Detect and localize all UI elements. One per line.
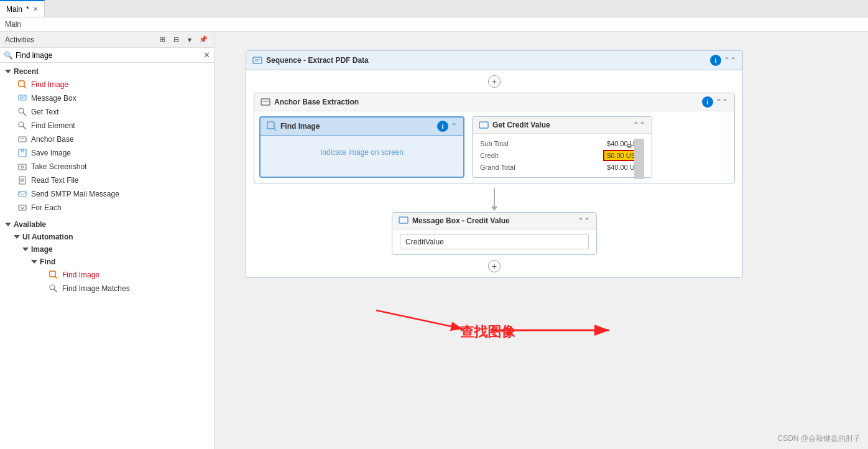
main-tab[interactable]: Main * ✕ — [0, 0, 45, 17]
save-image-label: Save Image — [31, 149, 71, 157]
find-image-header-right: i ⌃ — [437, 121, 457, 132]
expand-icon[interactable]: ⊞ — [157, 34, 168, 45]
ui-automation-label: UI Automation — [22, 233, 73, 241]
credit-header-left: Get Credit Value — [479, 120, 550, 130]
svg-line-8 — [23, 126, 26, 129]
svg-point-7 — [19, 122, 24, 127]
sequence-icon — [252, 55, 262, 65]
gray-scrollbar — [634, 139, 644, 179]
sidebar-item-get-text[interactable]: Get Text — [0, 105, 214, 119]
anchor-base-info-icon[interactable]: i — [702, 96, 713, 108]
send-smtp-label: Send SMTP Mail Message — [31, 190, 119, 198]
get-text-icon — [17, 107, 27, 117]
find-image-info-icon[interactable]: i — [437, 121, 448, 132]
sequence-title: Sequence - Extract PDF Data — [266, 56, 369, 65]
anchor-base-header-left: Anchor Base Extraction — [261, 97, 359, 107]
tab-close-button[interactable]: ✕ — [33, 6, 38, 12]
credit-value-input[interactable] — [400, 234, 589, 249]
left-panel: Activities ⊞ ⊟ ▼ 📌 🔍 ✕ Recent — [0, 32, 215, 449]
anchor-base-header-right: i ⌃⌃ — [702, 96, 728, 108]
tree-find-image[interactable]: Find Image — [0, 268, 214, 282]
sidebar-item-find-image[interactable]: Find Image — [0, 78, 214, 91]
svg-rect-13 — [19, 164, 26, 170]
credit-row-credit: Credit $0.00 USD — [480, 149, 644, 162]
find-section[interactable]: Find — [0, 256, 214, 268]
sequence-collapse-icon[interactable]: ⌃⌃ — [724, 56, 736, 65]
svg-line-31 — [274, 128, 276, 131]
message-box-icon — [17, 93, 27, 103]
save-image-icon — [17, 148, 27, 158]
grandtotal-label: Grand Total — [480, 164, 515, 171]
anchor-base-label: Anchor Base — [31, 135, 74, 144]
tab-modified: * — [26, 5, 29, 14]
filter-icon[interactable]: ▼ — [184, 34, 195, 45]
svg-rect-28 — [261, 99, 270, 105]
breadcrumb-text: Main — [5, 20, 21, 29]
get-credit-box: Get Credit Value ⌃⌃ Sub To — [472, 116, 652, 178]
search-bar: 🔍 ✕ — [0, 48, 214, 63]
sidebar-item-take-screenshot[interactable]: Take Screenshot — [0, 160, 214, 174]
canvas-area: Sequence - Extract PDF Data i ⌃⌃ + Ancho… — [215, 32, 868, 449]
find-image-body[interactable]: Indicate image on screen — [261, 136, 463, 169]
pin-icon[interactable]: 📌 — [198, 34, 209, 45]
ui-automation-expand-icon — [14, 235, 20, 239]
credit-row-subtotal: Sub Total $40.00 USD — [480, 139, 644, 149]
find-image-header: Find Image i ⌃ — [261, 118, 463, 136]
breadcrumb: Main — [0, 17, 868, 32]
sequence-info-icon[interactable]: i — [710, 55, 721, 66]
connector-down — [494, 188, 495, 207]
search-input[interactable] — [16, 51, 201, 60]
svg-line-1 — [24, 86, 26, 88]
msg-header-left: Message Box - Credit Value — [399, 216, 510, 226]
sidebar-item-save-image[interactable]: Save Image — [0, 146, 214, 160]
search-clear-button[interactable]: ✕ — [203, 50, 210, 60]
find-expand-icon — [31, 260, 37, 264]
tree-find-image-matches[interactable]: Find Image Matches — [0, 282, 214, 295]
msg-collapse-icon[interactable]: ⌃⌃ — [578, 216, 590, 225]
find-image-box-title: Find Image — [280, 122, 320, 131]
anchor-base-header: Anchor Base Extraction i ⌃⌃ — [254, 93, 734, 111]
ui-automation-section[interactable]: UI Automation — [0, 231, 214, 243]
msg-header-icon — [399, 216, 409, 226]
find-image-small-icon — [267, 121, 277, 131]
sidebar-item-read-text-file[interactable]: Read Text File — [0, 174, 214, 187]
svg-rect-30 — [267, 122, 274, 129]
for-each-label: For Each — [31, 203, 62, 212]
svg-rect-9 — [19, 137, 26, 142]
msg-box-title: Message Box - Credit Value — [412, 216, 510, 225]
menu-icon[interactable]: ≡ — [627, 141, 632, 151]
recent-section-header[interactable]: Recent — [0, 65, 214, 78]
annotation-chinese-text: 查找图像 — [459, 324, 515, 340]
find-element-icon — [17, 121, 27, 131]
add-activity-bottom[interactable]: + — [488, 260, 501, 272]
credit-collapse-icon[interactable]: ⌃⌃ — [633, 121, 645, 129]
svg-point-14 — [21, 166, 24, 169]
svg-rect-25 — [253, 57, 262, 63]
main-layout: Activities ⊞ ⊟ ▼ 📌 🔍 ✕ Recent — [0, 32, 868, 449]
collapse-icon[interactable]: ⊟ — [170, 34, 182, 45]
anchor-base-collapse-icon[interactable]: ⌃⌃ — [716, 98, 728, 106]
sidebar-item-find-element[interactable]: Find Element — [0, 119, 214, 132]
take-screenshot-label: Take Screenshot — [31, 162, 86, 171]
available-section-header[interactable]: Available — [0, 218, 214, 231]
connector-area — [246, 188, 742, 207]
msg-body — [392, 229, 596, 254]
add-activity-top[interactable]: + — [488, 75, 501, 88]
read-text-file-icon — [17, 175, 27, 185]
tree-find-image-icon — [48, 270, 58, 280]
sequence-header-left: Sequence - Extract PDF Data — [252, 55, 369, 65]
find-image-collapse-icon[interactable]: ⌃ — [451, 122, 457, 131]
indicate-image-text: Indicate image on screen — [320, 148, 404, 157]
credit-header-right: ⌃⌃ — [633, 121, 645, 129]
sidebar-item-for-each[interactable]: For Each — [0, 201, 214, 215]
anchor-base-box: Anchor Base Extraction i ⌃⌃ — [254, 93, 735, 183]
tree-find-image-matches-label: Find Image Matches — [62, 284, 130, 293]
recent-label: Recent — [14, 67, 39, 76]
sidebar-item-message-box[interactable]: Message Box — [0, 91, 214, 105]
sidebar-item-send-smtp[interactable]: Send SMTP Mail Message — [0, 187, 214, 201]
sidebar-item-anchor-base[interactable]: Anchor Base — [0, 132, 214, 146]
message-box-container: Message Box - Credit Value ⌃⌃ — [392, 212, 597, 255]
available-label: Available — [14, 220, 46, 229]
svg-line-6 — [23, 113, 26, 116]
image-section[interactable]: Image — [0, 243, 214, 256]
